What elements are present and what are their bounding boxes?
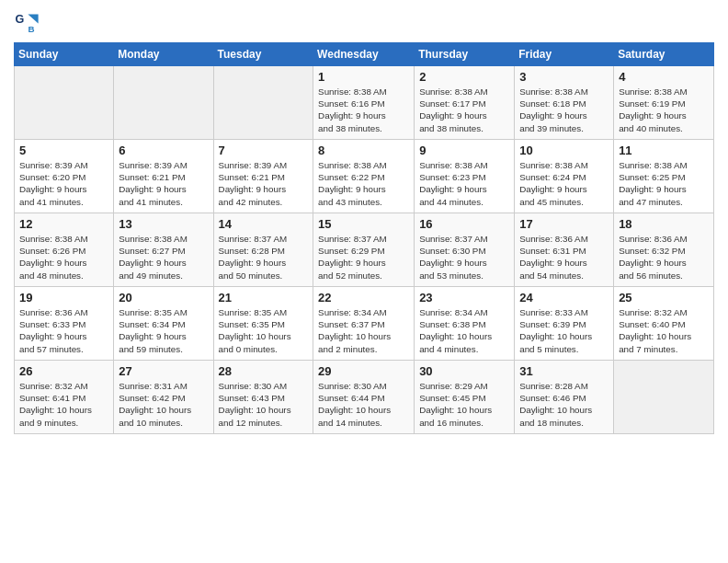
page-header: G B (14, 9, 714, 35)
day-number: 21 (219, 291, 309, 304)
day-number: 25 (619, 291, 709, 304)
logo-icon: G B (14, 9, 40, 35)
day-info: Sunrise: 8:33 AM Sunset: 6:39 PM Dayligh… (519, 306, 609, 355)
day-info: Sunrise: 8:35 AM Sunset: 6:35 PM Dayligh… (219, 306, 309, 355)
day-info: Sunrise: 8:37 AM Sunset: 6:29 PM Dayligh… (318, 233, 409, 282)
day-info: Sunrise: 8:38 AM Sunset: 6:18 PM Dayligh… (519, 86, 609, 134)
day-cell: 24Sunrise: 8:33 AM Sunset: 6:39 PM Dayli… (515, 287, 614, 361)
dow-header-tuesday: Tuesday (213, 43, 313, 66)
week-row-2: 5Sunrise: 8:39 AM Sunset: 6:20 PM Daylig… (15, 140, 714, 213)
day-cell: 27Sunrise: 8:31 AM Sunset: 6:42 PM Dayli… (114, 361, 213, 434)
day-info: Sunrise: 8:37 AM Sunset: 6:30 PM Dayligh… (419, 233, 509, 282)
day-cell: 10Sunrise: 8:38 AM Sunset: 6:24 PM Dayli… (515, 140, 614, 213)
day-number: 13 (119, 217, 208, 231)
day-number: 26 (19, 364, 108, 378)
day-cell: 3Sunrise: 8:38 AM Sunset: 6:18 PM Daylig… (515, 66, 614, 140)
day-number: 2 (419, 70, 509, 84)
day-number: 27 (119, 364, 208, 378)
day-cell: 22Sunrise: 8:34 AM Sunset: 6:37 PM Dayli… (313, 287, 415, 361)
day-number: 12 (19, 217, 108, 231)
day-cell: 26Sunrise: 8:32 AM Sunset: 6:41 PM Dayli… (15, 361, 114, 434)
week-row-4: 19Sunrise: 8:36 AM Sunset: 6:33 PM Dayli… (15, 287, 714, 361)
day-info: Sunrise: 8:38 AM Sunset: 6:27 PM Dayligh… (119, 233, 208, 282)
day-number: 7 (219, 144, 309, 157)
calendar-table: SundayMondayTuesdayWednesdayThursdayFrid… (14, 42, 714, 434)
day-number: 24 (519, 291, 609, 304)
logo: G B (14, 9, 43, 35)
day-number: 9 (419, 144, 509, 157)
day-number: 8 (318, 144, 409, 157)
day-cell: 20Sunrise: 8:35 AM Sunset: 6:34 PM Dayli… (114, 287, 213, 361)
day-cell (114, 66, 213, 140)
day-info: Sunrise: 8:36 AM Sunset: 6:32 PM Dayligh… (619, 233, 709, 282)
day-number: 23 (419, 291, 509, 304)
day-number: 28 (219, 364, 309, 378)
day-cell: 7Sunrise: 8:39 AM Sunset: 6:21 PM Daylig… (213, 140, 313, 213)
day-info: Sunrise: 8:39 AM Sunset: 6:21 PM Dayligh… (219, 159, 309, 208)
day-cell: 8Sunrise: 8:38 AM Sunset: 6:22 PM Daylig… (313, 140, 415, 213)
day-info: Sunrise: 8:37 AM Sunset: 6:28 PM Dayligh… (219, 233, 309, 282)
day-number: 1 (318, 70, 409, 84)
day-cell (213, 66, 313, 140)
dow-header-sunday: Sunday (15, 43, 114, 66)
day-cell: 29Sunrise: 8:30 AM Sunset: 6:44 PM Dayli… (313, 361, 415, 434)
week-row-3: 12Sunrise: 8:38 AM Sunset: 6:26 PM Dayli… (15, 213, 714, 287)
day-info: Sunrise: 8:38 AM Sunset: 6:22 PM Dayligh… (318, 159, 409, 208)
day-cell: 30Sunrise: 8:29 AM Sunset: 6:45 PM Dayli… (415, 361, 515, 434)
day-cell: 4Sunrise: 8:38 AM Sunset: 6:19 PM Daylig… (614, 66, 714, 140)
day-cell: 23Sunrise: 8:34 AM Sunset: 6:38 PM Dayli… (415, 287, 515, 361)
day-cell (15, 66, 114, 140)
day-cell: 28Sunrise: 8:30 AM Sunset: 6:43 PM Dayli… (213, 361, 313, 434)
day-number: 4 (619, 70, 709, 84)
week-row-5: 26Sunrise: 8:32 AM Sunset: 6:41 PM Dayli… (15, 361, 714, 434)
calendar-body: 1Sunrise: 8:38 AM Sunset: 6:16 PM Daylig… (15, 66, 714, 434)
day-info: Sunrise: 8:31 AM Sunset: 6:42 PM Dayligh… (119, 380, 208, 429)
day-of-week-row: SundayMondayTuesdayWednesdayThursdayFrid… (15, 43, 714, 66)
dow-header-wednesday: Wednesday (313, 43, 415, 66)
dow-header-thursday: Thursday (415, 43, 515, 66)
day-number: 17 (519, 217, 609, 231)
day-cell: 19Sunrise: 8:36 AM Sunset: 6:33 PM Dayli… (15, 287, 114, 361)
day-info: Sunrise: 8:29 AM Sunset: 6:45 PM Dayligh… (419, 380, 509, 429)
dow-header-friday: Friday (515, 43, 614, 66)
day-info: Sunrise: 8:39 AM Sunset: 6:20 PM Dayligh… (19, 159, 108, 208)
day-info: Sunrise: 8:34 AM Sunset: 6:38 PM Dayligh… (419, 306, 509, 355)
day-info: Sunrise: 8:38 AM Sunset: 6:25 PM Dayligh… (619, 159, 709, 208)
day-info: Sunrise: 8:35 AM Sunset: 6:34 PM Dayligh… (119, 306, 208, 355)
day-cell: 31Sunrise: 8:28 AM Sunset: 6:46 PM Dayli… (515, 361, 614, 434)
day-number: 31 (519, 364, 609, 378)
day-info: Sunrise: 8:32 AM Sunset: 6:40 PM Dayligh… (619, 306, 709, 355)
day-number: 19 (19, 291, 108, 304)
day-cell: 21Sunrise: 8:35 AM Sunset: 6:35 PM Dayli… (213, 287, 313, 361)
day-info: Sunrise: 8:32 AM Sunset: 6:41 PM Dayligh… (19, 380, 108, 429)
day-cell: 15Sunrise: 8:37 AM Sunset: 6:29 PM Dayli… (313, 213, 415, 287)
day-info: Sunrise: 8:38 AM Sunset: 6:19 PM Dayligh… (619, 86, 709, 134)
day-cell: 5Sunrise: 8:39 AM Sunset: 6:20 PM Daylig… (15, 140, 114, 213)
day-number: 14 (219, 217, 309, 231)
day-info: Sunrise: 8:38 AM Sunset: 6:17 PM Dayligh… (419, 86, 509, 134)
day-info: Sunrise: 8:38 AM Sunset: 6:24 PM Dayligh… (519, 159, 609, 208)
dow-header-saturday: Saturday (614, 43, 714, 66)
day-cell: 2Sunrise: 8:38 AM Sunset: 6:17 PM Daylig… (415, 66, 515, 140)
day-info: Sunrise: 8:38 AM Sunset: 6:16 PM Dayligh… (318, 86, 409, 134)
day-number: 3 (519, 70, 609, 84)
svg-marker-1 (28, 15, 38, 24)
day-cell: 18Sunrise: 8:36 AM Sunset: 6:32 PM Dayli… (614, 213, 714, 287)
day-cell (614, 361, 714, 434)
day-info: Sunrise: 8:38 AM Sunset: 6:23 PM Dayligh… (419, 159, 509, 208)
day-info: Sunrise: 8:30 AM Sunset: 6:44 PM Dayligh… (318, 380, 409, 429)
day-info: Sunrise: 8:30 AM Sunset: 6:43 PM Dayligh… (219, 380, 309, 429)
day-number: 5 (19, 144, 108, 157)
day-cell: 6Sunrise: 8:39 AM Sunset: 6:21 PM Daylig… (114, 140, 213, 213)
day-cell: 13Sunrise: 8:38 AM Sunset: 6:27 PM Dayli… (114, 213, 213, 287)
day-number: 22 (318, 291, 409, 304)
day-number: 18 (619, 217, 709, 231)
day-cell: 14Sunrise: 8:37 AM Sunset: 6:28 PM Dayli… (213, 213, 313, 287)
day-number: 20 (119, 291, 208, 304)
day-number: 11 (619, 144, 709, 157)
day-cell: 1Sunrise: 8:38 AM Sunset: 6:16 PM Daylig… (313, 66, 415, 140)
day-number: 29 (318, 364, 409, 378)
svg-text:G: G (15, 13, 24, 26)
day-number: 30 (419, 364, 509, 378)
day-number: 16 (419, 217, 509, 231)
